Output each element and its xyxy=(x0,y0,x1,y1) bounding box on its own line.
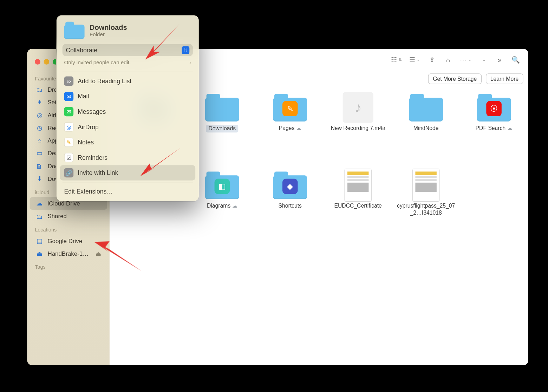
file-item[interactable]: ◧Diagrams☁︎ xyxy=(190,170,254,240)
popover-title: Downloads xyxy=(90,23,127,31)
cloud-download-icon: ☁︎ xyxy=(232,203,237,209)
separator xyxy=(63,183,193,183)
app-badge-icon: ◧ xyxy=(215,179,230,194)
app-icon: ✦ xyxy=(36,98,44,106)
rem-icon: ☑︎ xyxy=(64,153,74,162)
chevron-down-icon: ⌄ xyxy=(468,57,471,62)
file-thumb xyxy=(409,93,443,123)
more-button[interactable]: » xyxy=(492,53,506,66)
shared-folder-icon: 🗂︎ xyxy=(36,213,44,220)
file-item[interactable]: MindNode xyxy=(394,93,458,163)
view-icons-button[interactable]: ☷⇅ xyxy=(389,53,404,66)
svg-marker-0 xyxy=(145,24,179,59)
file-label: Shortcuts xyxy=(279,203,302,209)
share-option-mail[interactable]: ✉︎Mail xyxy=(60,89,195,104)
search-button[interactable]: 🔍 xyxy=(509,53,522,66)
file-item[interactable]: ⦿PDF Search☁︎ xyxy=(462,93,526,163)
share-button[interactable]: ⇪ xyxy=(425,53,439,66)
desktop-icon: ▭ xyxy=(36,150,44,157)
file-label: EUDCC_Certificate xyxy=(334,203,381,209)
share-option-msg[interactable]: ✉︎Messages xyxy=(60,104,195,119)
file-label: MindNode xyxy=(413,125,439,131)
annotation-arrow xyxy=(136,144,183,178)
file-label: cyprusflightpass_25_07_2…I341018 xyxy=(396,203,456,216)
file-thumb xyxy=(409,170,443,200)
drive-icon: ▤ xyxy=(36,237,44,245)
document-icon: 🗎 xyxy=(36,162,44,170)
chevron-right-icon: › xyxy=(189,59,191,65)
app-badge-icon: ⦿ xyxy=(486,101,502,117)
file-item[interactable]: cyprusflightpass_25_07_2…I341018 xyxy=(394,170,458,240)
app-badge-icon: ✎ xyxy=(282,101,298,117)
popover-subtitle: Folder xyxy=(90,31,127,37)
annotation-arrow xyxy=(137,22,183,60)
svg-marker-3 xyxy=(144,148,181,174)
annotation-arrow xyxy=(93,233,144,275)
file-label: Pages☁︎ xyxy=(279,125,301,131)
file-thumb xyxy=(205,93,240,123)
file-item[interactable]: ✎Pages☁︎ xyxy=(258,93,322,163)
link-icon: 🔗 xyxy=(64,168,74,178)
chevron-down-icon: ⌄ xyxy=(417,57,420,62)
folder-icon: 🗂︎ xyxy=(36,86,44,93)
edit-extensions-row[interactable]: Edit Extensions… xyxy=(60,185,195,198)
cloud-icon: ☁︎ xyxy=(36,200,44,207)
actions-button[interactable]: ⋯⌄ xyxy=(457,53,474,66)
chevron-down-icon: ⌄ xyxy=(482,57,486,62)
file-label: New Recording 7.m4a xyxy=(331,125,385,131)
file-label: Diagrams☁︎ xyxy=(207,203,237,209)
cloud-download-icon: ☁︎ xyxy=(296,125,301,131)
cloud-download-icon: ☁︎ xyxy=(507,125,513,131)
separator xyxy=(63,71,193,71)
sidebar-item-shared[interactable]: 🗂︎Shared xyxy=(30,210,107,222)
folder-icon xyxy=(64,22,85,38)
minimize-window-button[interactable] xyxy=(44,59,50,65)
file-label: PDF Search☁︎ xyxy=(476,125,513,131)
file-thumb: ✎ xyxy=(273,93,307,123)
air-icon: ◎ xyxy=(64,122,74,132)
file-item[interactable]: EUDCC_Certificate xyxy=(326,170,390,240)
file-thumb: ♪ xyxy=(341,93,376,123)
disk-icon: ⏏︎ xyxy=(36,250,44,257)
document-icon xyxy=(344,169,371,202)
file-thumb: ⦿ xyxy=(476,93,511,123)
file-label: Downloads xyxy=(206,125,238,132)
file-thumb: ◆ xyxy=(273,170,307,200)
group-button[interactable]: ☰⌄ xyxy=(407,53,423,66)
apps-icon: ⌂ xyxy=(36,137,44,144)
learn-more-button[interactable]: Learn More xyxy=(486,73,523,84)
mail-icon: ✉︎ xyxy=(64,92,74,101)
tags-button[interactable]: ⌂ xyxy=(441,53,455,66)
share-option-read[interactable]: ∞Add to Reading List xyxy=(60,73,195,89)
file-item[interactable]: Downloads xyxy=(190,93,254,163)
clock-icon: ◷ xyxy=(36,124,44,132)
get-more-storage-button[interactable]: Get More Storage xyxy=(428,73,482,84)
share-option-air[interactable]: ◎AirDrop xyxy=(60,119,195,135)
chevron-updown-icon: ⇅ xyxy=(398,57,402,62)
file-thumb xyxy=(341,170,376,200)
notes-icon: ✎ xyxy=(64,138,74,147)
audio-icon: ♪ xyxy=(343,92,373,123)
file-thumb: ◧ xyxy=(205,170,240,200)
airdrop-icon: ◎ xyxy=(36,111,44,119)
svg-marker-5 xyxy=(97,243,142,271)
msg-icon: ✉︎ xyxy=(64,107,74,117)
app-badge-icon: ◆ xyxy=(282,179,298,194)
close-window-button[interactable] xyxy=(35,59,40,65)
document-icon xyxy=(412,169,439,202)
file-item[interactable]: ◆Shortcuts xyxy=(258,170,322,240)
read-icon: ∞ xyxy=(64,77,74,86)
file-item[interactable]: ♪New Recording 7.m4a xyxy=(326,93,390,163)
download-icon: ⬇︎ xyxy=(36,175,44,183)
overflow-chevron[interactable]: ⌄ xyxy=(476,53,490,66)
